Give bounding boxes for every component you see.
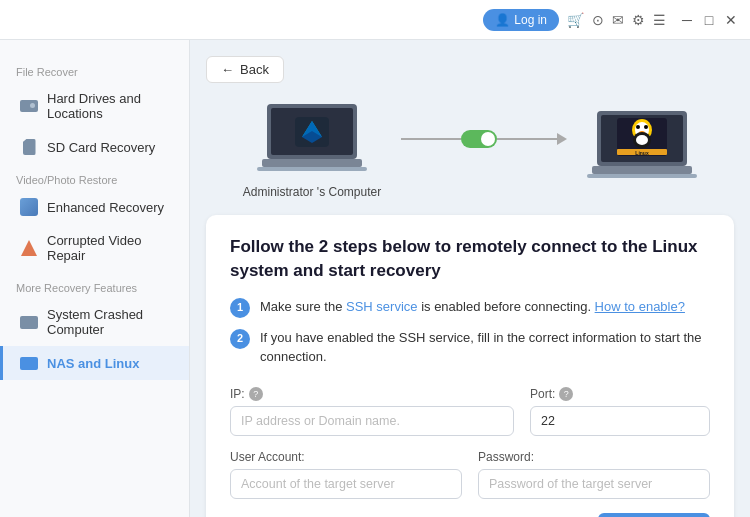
password-label: Password: (478, 450, 710, 464)
port-label-text: Port: (530, 387, 555, 401)
close-button[interactable]: ✕ (724, 13, 738, 27)
step-item-1: 1 Make sure the SSH service is enabled b… (230, 297, 710, 318)
port-field-group: Port: ? (530, 387, 710, 436)
step-item-2: 2 If you have enabled the SSH service, f… (230, 328, 710, 367)
steps-list: 1 Make sure the SSH service is enabled b… (230, 297, 710, 367)
user-password-row: User Account: Password: (230, 450, 710, 499)
svg-point-13 (644, 125, 648, 129)
form-title: Follow the 2 steps below to remotely con… (230, 235, 710, 283)
app-body: File Recover Hard Drives and Locations S… (0, 40, 750, 517)
hdd-icon (19, 98, 39, 114)
titlebar: 👤 Log in 🛒 ⊙ ✉ ⚙ ☰ ─ □ ✕ (0, 0, 750, 40)
back-button[interactable]: ← Back (206, 56, 284, 83)
sd-icon (19, 139, 39, 155)
back-label: Back (240, 62, 269, 77)
password-input[interactable] (478, 469, 710, 499)
toggle-indicator (461, 130, 497, 148)
github-icon[interactable]: ⊙ (592, 12, 604, 28)
user-icon: 👤 (495, 13, 510, 27)
email-icon[interactable]: ✉ (612, 12, 624, 28)
right-computer: Linux (587, 106, 697, 192)
step-2-text: If you have enabled the SSH service, fil… (260, 328, 710, 367)
minimize-button[interactable]: ─ (680, 13, 694, 27)
ip-input[interactable] (230, 406, 514, 436)
section-label-file-recover: File Recover (0, 56, 189, 82)
port-label: Port: ? (530, 387, 710, 401)
menu-icon[interactable]: ☰ (653, 12, 666, 28)
button-row: Connect (230, 513, 710, 517)
nas-icon (19, 355, 39, 371)
ip-label-text: IP: (230, 387, 245, 401)
window-controls: ─ □ ✕ (680, 13, 738, 27)
corrupted-icon (19, 240, 39, 256)
password-group: Password: (478, 450, 710, 499)
svg-text:Linux: Linux (636, 150, 650, 156)
port-input[interactable] (530, 406, 710, 436)
arrow-line-left (401, 138, 461, 140)
cart-icon[interactable]: 🛒 (567, 12, 584, 28)
user-label: User Account: (230, 450, 462, 464)
enhanced-icon (19, 199, 39, 215)
step-num-2: 2 (230, 329, 250, 349)
sidebar-item-label: Hard Drives and Locations (47, 91, 173, 121)
user-account-group: User Account: (230, 450, 462, 499)
left-computer-label: Administrator 's Computer (243, 185, 381, 199)
svg-point-16 (636, 135, 648, 145)
arrow-head-icon (557, 133, 567, 145)
login-label: Log in (514, 13, 547, 27)
ssh-service-text: SSH service (346, 299, 418, 314)
svg-point-12 (636, 125, 640, 129)
sidebar: File Recover Hard Drives and Locations S… (0, 40, 190, 517)
svg-rect-20 (587, 174, 697, 178)
main-content: ← Back Administrator 's Co (190, 40, 750, 517)
step-num-1: 1 (230, 298, 250, 318)
ip-label: IP: ? (230, 387, 514, 401)
sidebar-item-system-crashed[interactable]: System Crashed Computer (0, 298, 189, 346)
settings-icon[interactable]: ⚙ (632, 12, 645, 28)
user-account-input[interactable] (230, 469, 462, 499)
svg-rect-6 (257, 167, 367, 171)
svg-rect-5 (262, 159, 362, 167)
sidebar-item-label: Enhanced Recovery (47, 200, 164, 215)
sidebar-item-label: SD Card Recovery (47, 140, 155, 155)
section-label-video-restore: Video/Photo Restore (0, 164, 189, 190)
left-computer: Administrator 's Computer (243, 99, 381, 199)
connection-indicator (401, 130, 567, 148)
ip-help-icon[interactable]: ? (249, 387, 263, 401)
sidebar-item-label: Corrupted Video Repair (47, 233, 173, 263)
left-laptop-svg (257, 99, 367, 179)
section-label-more: More Recovery Features (0, 272, 189, 298)
sidebar-item-label: NAS and Linux (47, 356, 139, 371)
arrow-line-right (497, 138, 557, 140)
sidebar-item-corrupted[interactable]: Corrupted Video Repair (0, 224, 189, 272)
connect-button[interactable]: Connect (598, 513, 710, 517)
how-to-enable-link[interactable]: How to enable? (595, 299, 685, 314)
port-help-icon[interactable]: ? (559, 387, 573, 401)
step-1-text: Make sure the SSH service is enabled bef… (260, 297, 685, 317)
connection-form-card: Follow the 2 steps below to remotely con… (206, 215, 734, 517)
ip-field-group: IP: ? (230, 387, 514, 436)
back-arrow-icon: ← (221, 62, 234, 77)
sidebar-item-label: System Crashed Computer (47, 307, 173, 337)
ip-port-row: IP: ? Port: ? (230, 387, 710, 436)
sidebar-item-enhanced[interactable]: Enhanced Recovery (0, 190, 189, 224)
maximize-button[interactable]: □ (702, 13, 716, 27)
svg-rect-19 (592, 166, 692, 174)
sidebar-item-hard-drives[interactable]: Hard Drives and Locations (0, 82, 189, 130)
sidebar-item-nas-linux[interactable]: NAS and Linux (0, 346, 189, 380)
login-button[interactable]: 👤 Log in (483, 9, 559, 31)
connection-diagram: Administrator 's Computer (206, 99, 734, 199)
system-icon (19, 314, 39, 330)
sidebar-item-sd-card[interactable]: SD Card Recovery (0, 130, 189, 164)
right-laptop-svg: Linux (587, 106, 697, 186)
